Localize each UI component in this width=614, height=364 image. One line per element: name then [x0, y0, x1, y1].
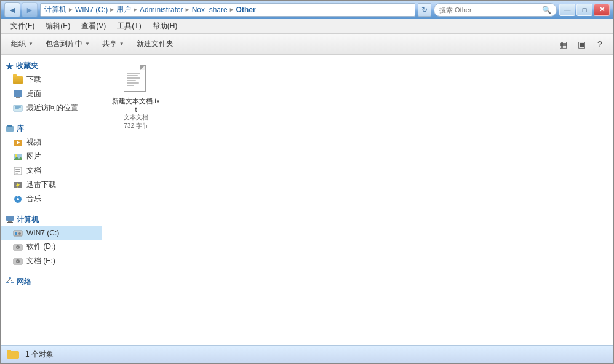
recent-icon	[13, 103, 23, 113]
sidebar-item-recent[interactable]: 最近访问的位置	[1, 101, 102, 115]
svg-line-36	[7, 279, 10, 282]
sidebar-item-docs-e[interactable]: 文档 (E:)	[1, 254, 102, 268]
file-name: 新建文本文档.txt	[112, 97, 160, 113]
network-icon	[6, 277, 14, 287]
refresh-button[interactable]: ↻	[418, 3, 431, 17]
svg-point-26	[18, 232, 21, 235]
path-segment-c: WIN7 (C:)	[75, 6, 108, 14]
main-content: ★ 收藏夹 下载 桌面	[1, 55, 613, 345]
explorer-window: ◄ ► 计算机 ► WIN7 (C:) ► 用户 ► Administrator…	[0, 0, 614, 364]
file-size: 732 字节	[124, 122, 148, 130]
path-segment-admin: Administrator	[140, 6, 183, 14]
library-header: 库	[1, 122, 102, 135]
menu-bar: 文件(F) 编辑(E) 查看(V) 工具(T) 帮助(H)	[1, 19, 613, 34]
svg-rect-6	[7, 125, 12, 127]
svg-rect-21	[6, 216, 14, 221]
svg-rect-39	[7, 350, 11, 352]
sidebar-item-documents[interactable]: 文档	[1, 164, 102, 178]
favorites-header: ★ 收藏夹	[1, 60, 102, 73]
sidebar-item-pictures[interactable]: 图片	[1, 149, 102, 164]
drive-c-icon	[13, 228, 23, 238]
drive-d-icon	[13, 242, 23, 252]
organize-button[interactable]: 组织 ▼	[6, 36, 39, 52]
menu-help[interactable]: 帮助(H)	[148, 20, 183, 33]
sidebar-item-downloads[interactable]: 下载	[1, 73, 102, 87]
svg-rect-20	[18, 196, 18, 197]
svg-rect-33	[9, 277, 11, 279]
sidebar-item-win7c[interactable]: WIN7 (C:)	[1, 226, 102, 240]
svg-rect-13	[15, 169, 20, 170]
desktop-icon	[13, 89, 23, 99]
menu-file[interactable]: 文件(F)	[6, 20, 39, 33]
svg-rect-23	[7, 222, 13, 223]
new-folder-button[interactable]: 新建文件夹	[131, 36, 179, 52]
svg-point-32	[17, 261, 18, 262]
search-box[interactable]: 🔍	[434, 3, 557, 17]
pictures-icon	[13, 152, 23, 162]
sidebar: ★ 收藏夹 下载 桌面	[1, 55, 102, 345]
path-segment-computer: 计算机	[44, 4, 66, 15]
svg-point-29	[17, 247, 18, 248]
network-section: 网络	[1, 271, 102, 291]
sidebar-item-video[interactable]: 视频	[1, 135, 102, 149]
library-section: 库 视频 图片 文档	[1, 117, 102, 208]
content-area[interactable]: 新建文本文档.txt 文本文档 732 字节	[102, 55, 613, 345]
video-icon	[13, 138, 23, 148]
window-controls: — □ ✕	[559, 4, 610, 16]
thunder-icon	[13, 180, 23, 190]
search-input[interactable]	[439, 6, 542, 14]
sidebar-item-desktop[interactable]: 桌面	[1, 87, 102, 101]
svg-rect-25	[15, 232, 17, 235]
status-folder-icon	[7, 349, 19, 361]
svg-rect-0	[14, 90, 22, 97]
svg-rect-14	[15, 171, 20, 172]
maximize-button[interactable]: □	[576, 4, 592, 16]
computer-header: 计算机	[1, 213, 102, 226]
forward-button[interactable]: ►	[22, 2, 38, 17]
toolbar: 组织 ▼ 包含到库中 ▼ 共享 ▼ 新建文件夹 ▦ ▣ ?	[1, 34, 613, 55]
organize-arrow: ▼	[28, 41, 33, 47]
svg-rect-3	[15, 106, 21, 108]
sidebar-item-thunder[interactable]: 迅雷下载	[1, 178, 102, 192]
library-icon	[6, 124, 14, 134]
svg-point-10	[15, 154, 17, 157]
close-button[interactable]: ✕	[594, 4, 610, 16]
share-arrow: ▼	[119, 41, 124, 47]
documents-icon	[13, 166, 23, 176]
svg-rect-1	[16, 97, 20, 98]
downloads-icon	[13, 75, 23, 85]
minimize-button[interactable]: —	[559, 4, 575, 16]
sidebar-item-software-d[interactable]: 软件 (D:)	[1, 240, 102, 254]
svg-point-19	[17, 198, 19, 200]
menu-edit[interactable]: 编辑(E)	[41, 20, 75, 33]
svg-rect-35	[11, 282, 14, 283]
share-button[interactable]: 共享 ▼	[97, 36, 130, 52]
svg-line-37	[10, 279, 12, 282]
txt-file-icon	[124, 65, 148, 94]
drive-e-icon	[13, 256, 23, 266]
music-icon	[13, 194, 23, 204]
favorites-section: ★ 收藏夹 下载 桌面	[1, 55, 102, 117]
nav-history-buttons: ◄ ►	[4, 2, 38, 17]
file-item-txt[interactable]: 新建文本文档.txt 文本文档 732 字节	[108, 61, 164, 134]
svg-rect-34	[6, 282, 9, 283]
menu-view[interactable]: 查看(V)	[76, 20, 111, 33]
path-segment-current: Other	[236, 6, 256, 14]
pane-toggle-button[interactable]: ▣	[573, 36, 590, 52]
favorites-star-icon: ★	[6, 61, 14, 71]
help-button[interactable]: ?	[591, 36, 608, 52]
path-segment-nox: Nox_share	[192, 6, 228, 14]
back-button[interactable]: ◄	[4, 2, 20, 17]
include-arrow: ▼	[85, 41, 90, 47]
address-bar[interactable]: 计算机 ► WIN7 (C:) ► 用户 ► Administrator ► N…	[40, 3, 415, 17]
path-segment-users: 用户	[116, 4, 131, 15]
computer-icon	[6, 215, 14, 225]
sidebar-item-music[interactable]: 音乐	[1, 192, 102, 206]
status-bar: 1 个对象	[1, 345, 613, 363]
menu-tools[interactable]: 工具(T)	[112, 20, 146, 33]
svg-rect-22	[8, 221, 12, 222]
include-library-button[interactable]: 包含到库中 ▼	[40, 36, 95, 52]
view-options-button[interactable]: ▦	[554, 36, 572, 52]
svg-rect-15	[15, 173, 18, 174]
search-icon: 🔍	[542, 6, 551, 14]
